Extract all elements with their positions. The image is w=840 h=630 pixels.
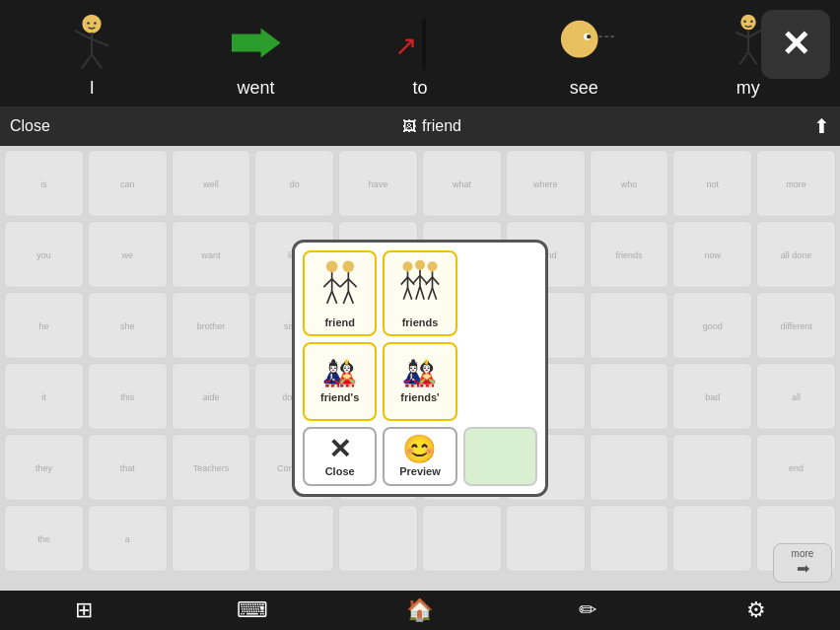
sentence-word-i[interactable]: I: [57, 9, 126, 99]
svg-point-1: [84, 15, 101, 32]
svg-line-43: [416, 286, 420, 299]
svg-point-13: [740, 14, 755, 29]
word-options-popup: friend: [292, 240, 548, 497]
word-label-my: my: [736, 78, 760, 99]
popup-preview-button[interactable]: 😊 Preview: [383, 427, 456, 486]
popup-preview-icon: 😊: [402, 436, 437, 463]
word-icon-to: ↗: [385, 9, 455, 78]
option-friends-label: friends: [402, 316, 439, 328]
word-icon-went: [222, 9, 291, 78]
nav-keyboard-button[interactable]: ⌨: [223, 593, 282, 628]
svg-line-42: [420, 276, 427, 284]
svg-line-29: [340, 279, 348, 287]
gear-icon: ⚙: [746, 597, 766, 623]
svg-line-47: [426, 277, 433, 285]
option-friends-plural-poss-label: friends': [400, 391, 439, 403]
svg-line-37: [403, 288, 407, 300]
close-sentence-button[interactable]: ✕: [761, 10, 830, 79]
svg-point-14: [743, 20, 746, 23]
option-friends-poss-icon: 🎎: [322, 360, 357, 387]
option-friend[interactable]: friend: [303, 250, 377, 336]
svg-line-24: [331, 279, 339, 287]
option-friends-icon: [395, 258, 445, 313]
svg-line-6: [92, 38, 108, 45]
home-icon: 🏠: [406, 597, 433, 623]
popup-preview-label: Preview: [399, 465, 441, 477]
close-icon: ✕: [781, 27, 810, 62]
svg-point-3: [94, 22, 97, 25]
main-grid-area: is can well do have what where who not m…: [0, 146, 840, 591]
svg-point-45: [427, 261, 437, 271]
sentence-word-went[interactable]: went: [222, 9, 291, 99]
word-icon-i: [57, 9, 126, 78]
toolbar-close-button[interactable]: Close: [10, 117, 50, 135]
svg-line-23: [323, 279, 331, 287]
option-friends[interactable]: friends: [383, 250, 456, 336]
popup-close-label: Close: [325, 465, 355, 477]
option-friend-icon: [315, 258, 365, 313]
option-friend-label: friend: [324, 316, 355, 328]
svg-line-49: [428, 288, 432, 300]
svg-line-20: [748, 51, 757, 64]
keyboard-icon: ⌨: [237, 597, 268, 623]
svg-line-35: [401, 277, 408, 285]
svg-line-8: [92, 54, 102, 69]
word-label-see: see: [570, 78, 598, 99]
popup-close-icon: ✕: [328, 436, 351, 463]
toolbar-share-button[interactable]: ⬆: [813, 114, 830, 138]
popup-close-button[interactable]: ✕ Close: [303, 427, 377, 486]
grid-icon: ⊞: [75, 597, 93, 623]
word-label-i: I: [90, 78, 95, 99]
popup-green-cell: [463, 427, 537, 486]
svg-point-9: [561, 20, 598, 57]
bottom-navigation: ⊞ ⌨ 🏠 ✏ ⚙: [0, 591, 840, 630]
svg-line-30: [348, 279, 356, 287]
popup-overlay: friend: [0, 146, 840, 591]
toolbar: Close 🖼 friend ⬆: [0, 106, 840, 146]
option-friends-plural-poss-icon: 🎎: [402, 360, 437, 387]
svg-line-44: [420, 286, 424, 299]
sentence-bar: I went ↗ to: [0, 0, 840, 106]
svg-line-19: [739, 51, 748, 64]
nav-home-button[interactable]: 🏠: [390, 593, 450, 628]
svg-point-39: [415, 260, 425, 270]
svg-line-38: [407, 288, 411, 300]
pencil-icon: ✏: [579, 597, 596, 623]
word-label-went: went: [238, 78, 275, 99]
svg-line-41: [413, 276, 420, 284]
sentence-word-to[interactable]: ↗ to: [385, 9, 455, 99]
svg-point-27: [342, 261, 354, 273]
svg-line-50: [432, 288, 436, 300]
option-friends-plural-poss[interactable]: 🎎 friends': [383, 342, 456, 421]
svg-line-7: [82, 54, 92, 69]
svg-line-26: [331, 291, 336, 304]
toolbar-word-label: 🖼 friend: [402, 117, 461, 135]
svg-point-2: [87, 22, 90, 25]
word-icon-see: [549, 9, 618, 78]
sentence-word-see[interactable]: see: [549, 9, 618, 99]
svg-line-25: [326, 291, 331, 304]
nav-pencil-button[interactable]: ✏: [558, 593, 617, 628]
svg-point-11: [587, 35, 591, 38]
nav-settings-button[interactable]: ⚙: [727, 593, 786, 628]
svg-line-36: [407, 277, 414, 285]
svg-line-17: [735, 32, 748, 36]
svg-point-21: [325, 261, 337, 273]
svg-line-48: [432, 277, 439, 285]
option-friends-poss-label: friend's: [320, 391, 359, 403]
svg-point-15: [750, 20, 753, 23]
svg-line-32: [348, 291, 353, 304]
word-label-to: to: [412, 78, 427, 99]
svg-point-33: [402, 261, 412, 271]
option-friends-possessive[interactable]: 🎎 friend's: [303, 342, 377, 421]
nav-grid-button[interactable]: ⊞: [54, 593, 113, 628]
svg-line-31: [343, 291, 348, 304]
